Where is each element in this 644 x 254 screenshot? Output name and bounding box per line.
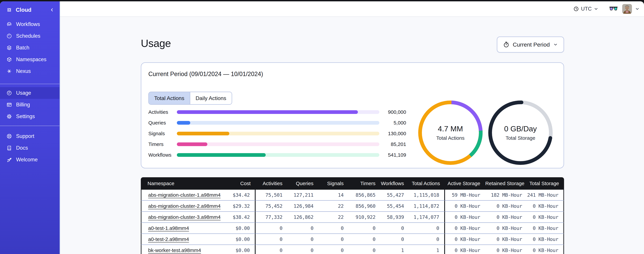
- sidebar-item-nexus[interactable]: Nexus: [0, 65, 60, 77]
- total-actions-cell: 0: [409, 223, 445, 234]
- sidebar-item-welcome[interactable]: Welcome: [0, 154, 60, 166]
- activities-cell: 75,501: [256, 190, 288, 201]
- user-avatar[interactable]: [622, 4, 632, 14]
- namespace-link[interactable]: abs-migration-cluster-2.a98mm4: [148, 203, 220, 209]
- total-storage-cell: 0 KB-Hour: [527, 234, 564, 245]
- sidebar-item-settings[interactable]: Settings: [0, 110, 60, 122]
- namespace-link[interactable]: bk-worker-test.a98mm4: [148, 248, 201, 253]
- col-signals: Signals: [318, 177, 349, 190]
- sidebar-item-label: Schedules: [16, 33, 40, 39]
- usage-bar-label: Signals: [148, 131, 177, 136]
- activities-cell: 0: [256, 234, 288, 245]
- total-storage-cell: 0 KB-Hour: [527, 223, 564, 234]
- workflows-cell: 1: [380, 245, 409, 254]
- support-lifebuoy-icon: [6, 133, 12, 139]
- total-actions-cell: 1,115,018: [409, 190, 445, 201]
- usage-bar-row: Queries 5,000: [148, 118, 406, 128]
- donut-center: 0 GB/Day Total Storage: [485, 98, 556, 168]
- usage-bar-value: 541,109: [379, 152, 406, 158]
- tab-daily-actions[interactable]: Daily Actions: [190, 92, 232, 104]
- sidebar-item-batch[interactable]: Batch: [0, 42, 60, 54]
- usage-bar-label: Queries: [148, 120, 177, 126]
- usage-bar-value: 5,000: [379, 120, 406, 126]
- usage-bar-track: [177, 153, 379, 157]
- total-storage-cell: 241 MB-Hour: [527, 190, 564, 201]
- namespace-link[interactable]: a0-test-1.a98mm4: [148, 225, 189, 231]
- nexus-asterisk-icon: [6, 68, 12, 74]
- activities-cell: 75,452: [256, 201, 288, 212]
- sidebar-item-label: Usage: [16, 90, 31, 96]
- active-storage-cell: 0 KB-Hour: [445, 223, 485, 234]
- namespaces-cube-icon: [6, 57, 12, 62]
- usage-bar-value: 85,201: [379, 142, 406, 147]
- glasses-icon[interactable]: [609, 6, 618, 12]
- signals-cell: 22: [318, 212, 349, 223]
- docs-book-icon: [6, 145, 12, 151]
- sidebar-item-docs[interactable]: Docs: [0, 142, 60, 154]
- namespace-link[interactable]: abs-migration-cluster-3.a98mm4: [148, 214, 220, 220]
- billing-card-icon: [6, 102, 12, 108]
- sidebar-collapse-button[interactable]: [50, 7, 54, 12]
- namespace-link[interactable]: abs-migration-cluster-1.a98mm4: [148, 192, 220, 198]
- col-queries: Queries: [288, 177, 318, 190]
- page-title: Usage: [141, 37, 171, 49]
- tab-total-actions[interactable]: Total Actions: [149, 92, 190, 104]
- table-row: abs-migration-cluster-3.a98mm4 $38.42 77…: [141, 212, 564, 223]
- col-total-actions: Total Actions: [409, 177, 445, 190]
- sidebar-item-label: Support: [16, 133, 34, 139]
- card-title: Current Period (09/01/2024 — 10/01/2024): [148, 70, 263, 78]
- workflows-icon: [6, 22, 12, 27]
- total-actions-cell: 1: [409, 245, 445, 254]
- active-storage-cell: 0 KB-Hour: [445, 201, 485, 212]
- table-row: abs-migration-cluster-2.a98mm4 $29.32 75…: [141, 201, 564, 212]
- settings-gear-icon: [6, 114, 12, 119]
- sidebar-item-label: Settings: [16, 114, 35, 120]
- sidebar-nav-account: Usage Billing Settings: [0, 87, 60, 122]
- workflows-cell: 58,939: [380, 212, 409, 223]
- sidebar-nav-main: Workflows Schedules Batch Namespaces: [0, 17, 60, 77]
- usage-bar-fill: [177, 121, 190, 125]
- usage-bar-row: Timers 85,201: [148, 139, 406, 150]
- usage-bar-row: Workflows 541,109: [148, 150, 406, 160]
- namespace-link[interactable]: a0-test-2.a98mm4: [148, 236, 189, 242]
- stopwatch-icon: [503, 42, 510, 48]
- usage-bar-track: [177, 132, 379, 136]
- usage-bar-row: Signals 130,000: [148, 128, 406, 139]
- total-actions-cell: 1,174,077: [409, 212, 445, 223]
- usage-bar-label: Activities: [148, 109, 177, 115]
- usage-bar-track: [177, 110, 379, 114]
- topbar: UTC: [60, 1, 644, 17]
- donut-value: 0 GB/Day: [504, 124, 537, 133]
- cost-cell: $29.32: [220, 201, 256, 212]
- cost-cell: $0.00: [220, 245, 256, 254]
- activities-cell: 0: [256, 245, 288, 254]
- sidebar-item-billing[interactable]: Billing: [0, 99, 60, 110]
- chevron-down-icon: [553, 42, 558, 47]
- workflows-cell: 0: [380, 234, 409, 245]
- signals-cell: 0: [318, 245, 349, 254]
- namespace-usage-table: Namespace Cost Activities Queries Signal…: [141, 177, 564, 254]
- sidebar-item-schedules[interactable]: Schedules: [0, 30, 60, 42]
- col-active-storage: Active Storage: [445, 177, 485, 190]
- table-row: abs-migration-cluster-1.a98mm4 $34.42 75…: [141, 190, 564, 201]
- page-content: Usage Current Period Current Period (09/…: [60, 17, 644, 254]
- period-selector-button[interactable]: Current Period: [497, 36, 564, 52]
- sidebar-item-usage[interactable]: Usage: [0, 87, 60, 99]
- col-timers: Timers: [349, 177, 380, 190]
- sidebar-item-support[interactable]: Support: [0, 130, 60, 142]
- donut-label: Total Storage: [506, 135, 536, 141]
- timezone-selector[interactable]: UTC: [573, 6, 598, 12]
- actions-tab-group: Total Actions Daily Actions: [148, 92, 232, 105]
- user-menu-chevron-icon[interactable]: [635, 6, 640, 11]
- total-storage-cell: 0 KB-Hour: [527, 245, 564, 254]
- sidebar-item-workflows[interactable]: Workflows: [0, 18, 60, 30]
- usage-bar-chart: Activities 900,000 Queries 5,000 Signals…: [148, 107, 406, 160]
- sidebar-item-namespaces[interactable]: Namespaces: [0, 54, 60, 65]
- queries-cell: 0: [288, 245, 318, 254]
- signals-cell: 0: [318, 234, 349, 245]
- active-storage-cell: 59 MB-Hour: [445, 190, 485, 201]
- sidebar-item-label: Welcome: [16, 157, 38, 163]
- sidebar-item-label: Workflows: [16, 21, 40, 27]
- donut-center: 4.7 MM Total Actions: [415, 98, 486, 168]
- active-storage-cell: 0 KB-Hour: [445, 212, 485, 223]
